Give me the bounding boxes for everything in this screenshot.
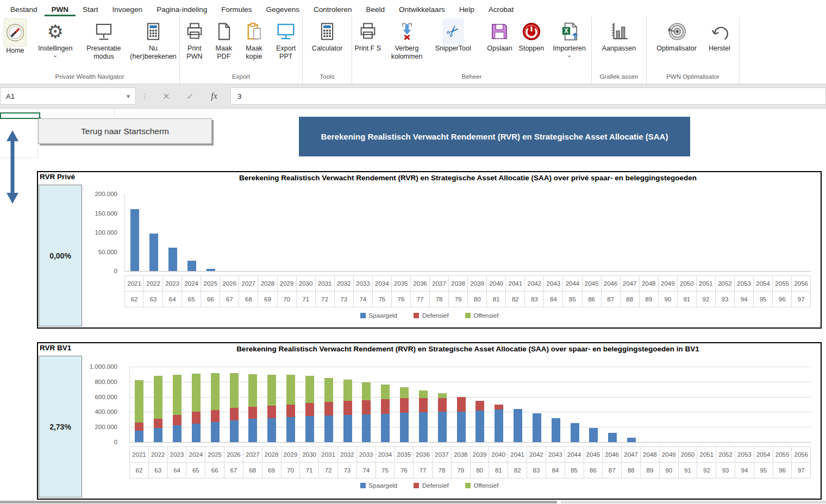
bar-segment-defensief[interactable] [154,419,162,428]
bar-segment-defensief[interactable] [419,398,428,412]
bar-2027[interactable] [248,367,257,442]
stoppen-button[interactable]: Stoppen [515,18,547,53]
bar-segment-spaargeld[interactable] [400,413,409,442]
bar-segment-defensief[interactable] [286,405,295,418]
bar-2024[interactable] [192,367,201,442]
bar-2047[interactable] [627,367,636,442]
bar-2038[interactable] [454,194,463,271]
bar-2030[interactable] [305,367,314,442]
bar-segment-spaargeld[interactable] [130,209,139,271]
bar-2036[interactable] [416,194,425,271]
bar-2056[interactable] [798,367,806,442]
bar-2044[interactable] [568,194,577,271]
export-ppt-button[interactable]: Export PPT [270,18,302,61]
bar-2029[interactable] [283,194,291,271]
worksheet[interactable]: Terug naar Startscherm Berekening Realis… [0,109,826,500]
bar-segment-spaargeld[interactable] [149,234,158,271]
bar-segment-offensief[interactable] [230,373,239,408]
bar-2023[interactable] [173,367,182,442]
bar-2027[interactable] [245,194,253,271]
terug-naar-startscherm-button[interactable]: Terug naar Startscherm [38,118,212,144]
maak-pdf-button[interactable]: Maak PDF [209,18,239,61]
bar-segment-offensief[interactable] [362,382,371,400]
bar-2053[interactable] [740,194,749,271]
bar-segment-offensief[interactable] [173,375,182,415]
bar-2023[interactable] [168,194,177,271]
bar-segment-offensief[interactable] [419,390,428,398]
bar-2041[interactable] [511,194,520,271]
bar-2046[interactable] [607,194,616,271]
bar-2048[interactable] [646,367,655,442]
bar-segment-defensief[interactable] [324,402,333,415]
bar-segment-spaargeld[interactable] [168,248,177,271]
bar-2049[interactable] [664,194,673,271]
bar-segment-spaargeld[interactable] [589,428,598,442]
bar-2025[interactable] [206,194,215,271]
tab-ontwikkelaars[interactable]: Ontwikkelaars [392,2,452,16]
print-fs-button[interactable]: Print F S [352,18,383,53]
bar-2029[interactable] [286,367,295,442]
scrollbar-thumb[interactable] [0,501,557,503]
bar-segment-offensief[interactable] [343,380,352,401]
bar-segment-spaargeld[interactable] [206,269,215,271]
tab-beeld[interactable]: Beeld [359,2,392,16]
bar-segment-defensief[interactable] [438,398,447,412]
bar-2025[interactable] [211,367,220,442]
bar-2037[interactable] [438,367,447,442]
bar-segment-spaargeld[interactable] [608,433,617,442]
calculator-button[interactable]: Calculator [304,18,350,53]
bar-2042[interactable] [530,194,539,271]
horizontal-scrollbar[interactable] [0,500,826,504]
bar-2046[interactable] [608,367,617,442]
bar-2039[interactable] [475,367,484,442]
bar-segment-defensief[interactable] [495,405,503,410]
nu-herberekenen-button[interactable]: Nu (her)berekenen [127,18,179,61]
bar-2032[interactable] [340,194,348,271]
bar-2028[interactable] [264,194,272,271]
formula-bar-splitter[interactable]: ⋮ [141,92,149,100]
tab-bestand[interactable]: Bestand [3,2,45,16]
bar-segment-defensief[interactable] [457,397,466,412]
maak-kopie-button[interactable]: Maak kopie [239,18,270,61]
bar-segment-defensief[interactable] [173,415,182,425]
name-box-dropdown-icon[interactable]: ▼ [126,93,135,99]
insert-function-icon[interactable]: fx [202,91,226,101]
instellingen-button[interactable]: ⚙ Instellingen ⌄ [30,18,80,58]
bar-segment-offensief[interactable] [438,393,447,398]
bar-segment-spaargeld[interactable] [286,417,295,442]
opslaan-button[interactable]: Opslaan [484,18,515,53]
bar-segment-spaargeld[interactable] [248,419,257,442]
bar-segment-spaargeld[interactable] [514,409,522,442]
tab-formules[interactable]: Formules [214,2,259,16]
bar-2052[interactable] [722,367,730,442]
tab-gegevens[interactable]: Gegevens [259,2,306,16]
bar-2040[interactable] [492,194,501,271]
bar-2054[interactable] [759,194,768,271]
bar-segment-defensief[interactable] [475,401,484,411]
bar-2051[interactable] [702,194,711,271]
bar-2021[interactable] [130,194,139,271]
herstel-button[interactable]: Herstel [703,18,736,53]
bar-2047[interactable] [626,194,635,271]
bar-segment-spaargeld[interactable] [305,416,314,442]
bar-segment-defensief[interactable] [192,412,201,424]
bar-2055[interactable] [779,367,787,442]
bar-segment-defensief[interactable] [230,408,239,420]
bar-2033[interactable] [362,367,371,442]
plot-area[interactable] [129,367,811,443]
bar-2026[interactable] [230,367,239,442]
bar-segment-spaargeld[interactable] [154,428,162,442]
bar-segment-offensief[interactable] [324,378,333,402]
bar-2035[interactable] [397,194,406,271]
bar-2056[interactable] [797,194,806,271]
bar-segment-spaargeld[interactable] [267,418,276,442]
bar-segment-spaargeld[interactable] [192,424,201,442]
scrollbar-track[interactable] [561,501,826,503]
bar-segment-defensief[interactable] [248,407,257,419]
bar-segment-spaargeld[interactable] [552,418,560,442]
chart-rvr-bv1[interactable]: RVR BV1 Berekening Realistisch Verwacht … [37,342,822,500]
print-pwn-button[interactable]: Print PWN [180,18,209,61]
bar-segment-defensief[interactable] [400,398,409,413]
bar-segment-spaargeld[interactable] [324,415,333,442]
bar-segment-defensief[interactable] [305,403,314,416]
